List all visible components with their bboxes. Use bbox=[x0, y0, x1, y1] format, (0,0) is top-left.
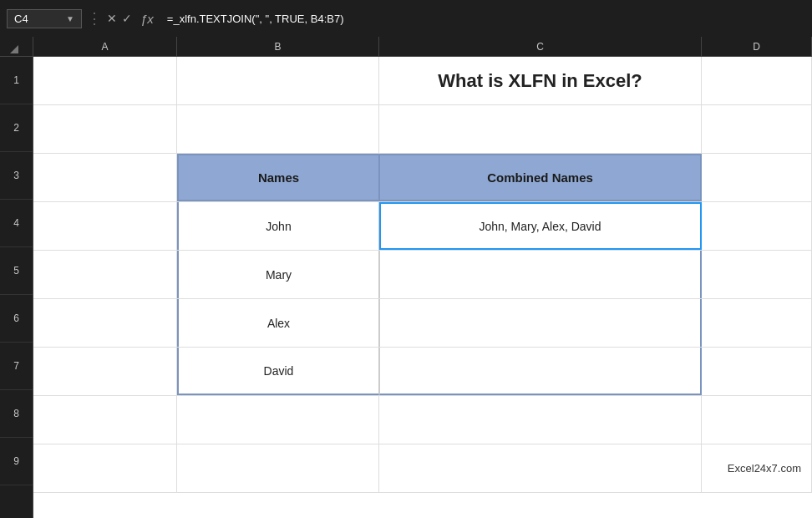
cell-b7[interactable]: David bbox=[177, 348, 379, 395]
cell-a4[interactable] bbox=[33, 202, 177, 250]
watermark-text: Excel24x7.com bbox=[728, 462, 801, 475]
cell-b5[interactable]: Mary bbox=[177, 251, 379, 298]
col-header-b[interactable]: B bbox=[177, 37, 379, 56]
cell-a1[interactable] bbox=[33, 57, 177, 104]
cell-d5[interactable] bbox=[702, 251, 812, 298]
grid-row-9: Excel24x7.com bbox=[33, 444, 812, 493]
rows-area: 1 2 3 4 5 6 7 8 9 What is XLFN in Excel? bbox=[0, 57, 812, 518]
spreadsheet: A B C D 1 2 3 4 5 6 7 8 9 bbox=[0, 37, 812, 518]
confirm-formula-icon[interactable]: ✓ bbox=[122, 12, 132, 25]
cell-c4[interactable]: John, Mary, Alex, David bbox=[379, 202, 702, 250]
column-headers: A B C D bbox=[0, 37, 812, 57]
formula-bar-divider: ⋮ bbox=[87, 9, 102, 28]
cell-a7[interactable] bbox=[33, 348, 177, 395]
row-num-8[interactable]: 8 bbox=[0, 390, 33, 438]
select-all-icon bbox=[10, 45, 18, 53]
row-num-3[interactable]: 3 bbox=[0, 152, 33, 200]
row-num-4[interactable]: 4 bbox=[0, 200, 33, 247]
grid-row-6: Alex bbox=[33, 299, 812, 348]
cell-d6[interactable] bbox=[702, 299, 812, 347]
row-num-2[interactable]: 2 bbox=[0, 104, 33, 152]
grid-content: What is XLFN in Excel? Names Combined Na… bbox=[33, 57, 812, 518]
cell-d9[interactable]: Excel24x7.com bbox=[702, 444, 812, 492]
cell-reference-box[interactable]: C4 ▼ bbox=[7, 9, 82, 28]
grid-row-4: John John, Mary, Alex, David bbox=[33, 202, 812, 251]
page-title: What is XLFN in Excel? bbox=[438, 70, 642, 92]
cell-d7[interactable] bbox=[702, 348, 812, 395]
row-num-6[interactable]: 6 bbox=[0, 295, 33, 343]
row-num-1[interactable]: 1 bbox=[0, 57, 33, 104]
cell-b9[interactable] bbox=[177, 444, 379, 492]
grid-row-8 bbox=[33, 396, 812, 444]
grid-row-3: Names Combined Names bbox=[33, 154, 812, 202]
cell-d3[interactable] bbox=[702, 154, 812, 201]
row-num-5[interactable]: 5 bbox=[0, 247, 33, 295]
cell-a5[interactable] bbox=[33, 251, 177, 298]
cell-b8[interactable] bbox=[177, 396, 379, 444]
grid-row-5: Mary bbox=[33, 251, 812, 299]
cell-a9[interactable] bbox=[33, 444, 177, 492]
cell-c8[interactable] bbox=[379, 396, 702, 444]
cell-b6[interactable]: Alex bbox=[177, 299, 379, 347]
col-header-a[interactable]: A bbox=[33, 37, 177, 56]
corner-cell[interactable] bbox=[0, 37, 33, 56]
cell-a8[interactable] bbox=[33, 396, 177, 444]
cell-c2[interactable] bbox=[379, 105, 702, 153]
cell-c6[interactable] bbox=[379, 299, 702, 347]
cell-b1[interactable] bbox=[177, 57, 379, 104]
grid-row-7: David bbox=[33, 348, 812, 396]
cell-a6[interactable] bbox=[33, 299, 177, 347]
cell-c3-header[interactable]: Combined Names bbox=[379, 154, 702, 201]
cell-d8[interactable] bbox=[702, 396, 812, 444]
row-numbers: 1 2 3 4 5 6 7 8 9 bbox=[0, 57, 33, 518]
col-header-d[interactable]: D bbox=[702, 37, 812, 56]
formula-bar: C4 ▼ ⋮ ✕ ✓ ƒx =_xlfn.TEXTJOIN(", ", TRUE… bbox=[0, 0, 812, 37]
cell-c7[interactable] bbox=[379, 348, 702, 395]
cancel-formula-icon[interactable]: ✕ bbox=[107, 12, 117, 25]
grid-row-2 bbox=[33, 105, 812, 154]
col-header-c[interactable]: C bbox=[379, 37, 702, 56]
cell-d4[interactable] bbox=[702, 202, 812, 250]
cell-b4[interactable]: John bbox=[177, 202, 379, 250]
cell-ref-label: C4 bbox=[14, 13, 28, 25]
cell-a2[interactable] bbox=[33, 105, 177, 153]
cell-d2[interactable] bbox=[702, 105, 812, 153]
cell-c5[interactable] bbox=[379, 251, 702, 298]
cell-c9[interactable] bbox=[379, 444, 702, 492]
cell-ref-chevron-icon: ▼ bbox=[66, 14, 74, 23]
fx-label: ƒx bbox=[137, 12, 157, 26]
formula-control-icons: ✕ ✓ bbox=[107, 12, 132, 25]
cell-b2[interactable] bbox=[177, 105, 379, 153]
cell-b3-header[interactable]: Names bbox=[177, 154, 379, 201]
row-num-7[interactable]: 7 bbox=[0, 343, 33, 390]
cell-c1[interactable]: What is XLFN in Excel? bbox=[379, 57, 702, 104]
cell-a3[interactable] bbox=[33, 154, 177, 201]
row-num-9[interactable]: 9 bbox=[0, 438, 33, 485]
cell-d1[interactable] bbox=[702, 57, 812, 104]
grid-row-1: What is XLFN in Excel? bbox=[33, 57, 812, 105]
formula-input[interactable]: =_xlfn.TEXTJOIN(", ", TRUE, B4:B7) bbox=[162, 10, 805, 28]
